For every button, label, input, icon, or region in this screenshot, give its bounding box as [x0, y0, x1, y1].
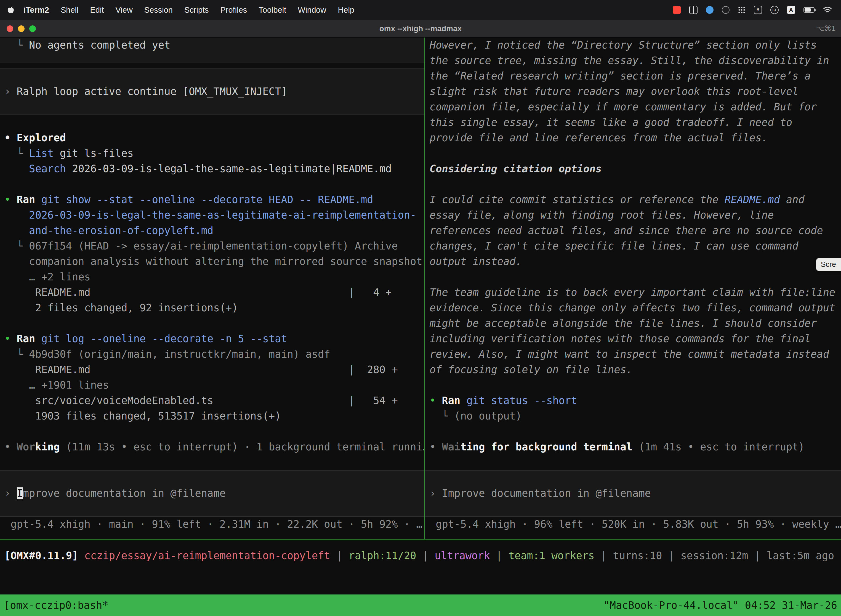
keycap-8-icon[interactable]: 8	[754, 6, 762, 14]
thinking-line: of focusing solely on file lines.	[425, 362, 841, 378]
omx-status-text: [OMX#0.11.9] cczip/essay/ai-reimplementa…	[0, 548, 841, 563]
menu-item-view[interactable]: View	[110, 6, 138, 15]
wifi-icon[interactable]	[823, 6, 832, 13]
thinking-line: companion file, especially if more comme…	[425, 99, 841, 115]
tmux-host-clock: "MacBook-Pro-44.local" 04:52 31-Mar-26	[604, 600, 837, 611]
tmux-panes: └ No agents completed yet› Ralph loop ac…	[0, 38, 841, 539]
thinking-line: review. Also, I might want to inspect th…	[425, 347, 841, 362]
model-status: gpt-5.4 xhigh · 96% left · 520K in · 5.8…	[425, 517, 841, 532]
menu-item-profiles[interactable]: Profiles	[215, 6, 253, 15]
pane-bottom-border	[0, 539, 841, 540]
git-log-stat-1: README.md | 280 +	[0, 362, 424, 378]
prompt-input[interactable]: › Improve documentation in @filename	[0, 470, 424, 517]
thinking-line: the source tree, missing the essay. Stil…	[425, 53, 841, 69]
git-show-output-2: companion analysis without altering the …	[0, 254, 424, 269]
blank-line	[425, 177, 841, 192]
gap	[0, 63, 424, 69]
blank-line	[425, 269, 841, 285]
window-title: omx --xhigh --madmax	[0, 24, 841, 33]
menu-items: iTerm2ShellEditViewSessionScriptsProfile…	[18, 6, 360, 15]
git-log-output-2: … +1901 lines	[0, 378, 424, 393]
waiting-status: • Waiting for background terminal (1m 41…	[425, 439, 841, 455]
thinking-line: I could cite commit statistics or refere…	[425, 192, 841, 208]
left-terminal-pane: └ No agents completed yet› Ralph loop ac…	[0, 38, 424, 539]
menu-item-help[interactable]: Help	[332, 6, 360, 15]
explored-list-files: └ List git ls-files	[0, 146, 424, 161]
git-show-stat-1: README.md | 4 +	[0, 285, 424, 300]
menu-item-window[interactable]: Window	[292, 6, 332, 15]
window-shortcut-badge: ⌥⌘1	[816, 24, 841, 33]
battery-percent-ring-icon[interactable]: 61	[771, 6, 779, 14]
thinking-line: The team guideline is to back every impo…	[425, 285, 841, 300]
input-source-a-icon[interactable]: A	[787, 6, 795, 14]
blank-line	[0, 115, 424, 130]
thinking-line: changes, I can't cite specific file line…	[425, 238, 841, 254]
menu-item-shell[interactable]: Shell	[55, 6, 84, 15]
git-log-stat-3: 1903 files changed, 513517 insertions(+)	[0, 408, 424, 424]
right-terminal-pane: However, I noticed the “Directory Struct…	[425, 38, 841, 539]
thinking-line: However, I noticed the “Directory Struct…	[425, 38, 841, 53]
explored-header: • Explored	[0, 130, 424, 146]
thinking-line: essay file, along with finding root file…	[425, 208, 841, 223]
model-status: gpt-5.4 xhigh · main · 91% left · 2.31M …	[0, 517, 424, 532]
menu-bar-status-icons: 8 61 A	[673, 6, 834, 14]
git-log-stat-2: src/voice/voiceModeEnabled.ts | 54 +	[0, 393, 424, 408]
thinking-line: evidence. Since this change only affects…	[425, 300, 841, 316]
menu-bar: iTerm2ShellEditViewSessionScriptsProfile…	[0, 0, 841, 20]
prompt-input[interactable]: › Improve documentation in @filename	[425, 470, 841, 517]
blank-line	[425, 455, 841, 470]
git-log-output-1: └ 4b9d30f (origin/main, instructkr/main,…	[0, 347, 424, 362]
ran-git-status: • Ran git status --short	[425, 393, 841, 408]
git-show-stat-2: 2 files changed, 92 insertions(+)	[0, 300, 424, 316]
ralph-loop-banner-text: › Ralph loop active continue [OMX_TMUX_I…	[0, 84, 424, 99]
blank-line	[0, 455, 424, 470]
thinking-line: output instead.	[425, 254, 841, 269]
thinking-heading: Considering citation options	[425, 161, 841, 177]
terminal-window: └ No agents completed yet› Ralph loop ac…	[0, 38, 841, 616]
dots-grid-icon[interactable]	[738, 6, 746, 14]
git-show-output-3: … +2 lines	[0, 269, 424, 285]
thinking-line: this single essay, it seems like a good …	[425, 115, 841, 130]
tmux-session-label: [omx-cczip0:bash*	[4, 600, 108, 611]
app-dark-icon[interactable]	[722, 6, 730, 14]
blank-line	[425, 146, 841, 161]
blank-line	[0, 177, 424, 192]
menu-item-toolbelt[interactable]: Toolbelt	[253, 6, 292, 15]
blank-line	[425, 424, 841, 439]
ralph-loop-banner[interactable]: › Ralph loop active continue [OMX_TMUX_I…	[0, 69, 424, 115]
menu-item-edit[interactable]: Edit	[84, 6, 110, 15]
explored-search: Search 2026-03-09-is-legal-the-same-as-l…	[0, 161, 424, 177]
screen-notification-tooltip[interactable]: Scre	[816, 258, 841, 271]
battery-icon[interactable]	[803, 7, 815, 13]
agents-panel-footer: └ No agents completed yet	[0, 38, 424, 63]
thinking-line: references need actual files, and since …	[425, 223, 841, 238]
menu-item-scripts[interactable]: Scripts	[179, 6, 215, 15]
menu-item-session[interactable]: Session	[139, 6, 179, 15]
app-blue-icon[interactable]	[706, 6, 714, 14]
agents-panel-footer-text: └ No agents completed yet	[0, 38, 424, 53]
ran-git-show: • Ran git show --stat --oneline --decora…	[0, 192, 424, 208]
prompt-input-text: › Improve documentation in @filename	[0, 486, 424, 501]
blank-line	[425, 378, 841, 393]
thinking-line: might be acceptable alongside the file l…	[425, 316, 841, 331]
menu-item-iterm2[interactable]: iTerm2	[18, 6, 55, 15]
window-grid-icon[interactable]	[689, 6, 697, 14]
thinking-line: provide file and line references from th…	[425, 130, 841, 146]
git-status-output: └ (no output)	[425, 408, 841, 424]
working-status: • Working (11m 13s • esc to interrupt) ·…	[0, 439, 424, 455]
prompt-input-text: › Improve documentation in @filename	[425, 486, 841, 501]
thinking-line: including verification notes with those …	[425, 331, 841, 347]
thinking-line: slight risk that future readers may over…	[425, 84, 841, 99]
git-show-arg-2: and-the-erosion-of-copyleft.md	[0, 223, 424, 238]
title-bar: omx --xhigh --madmax ⌥⌘1	[0, 20, 841, 38]
git-show-arg-1: 2026-03-09-is-legal-the-same-as-legitima…	[0, 208, 424, 223]
screen-recording-stop-icon[interactable]	[673, 6, 681, 14]
apple-menu-icon[interactable]	[7, 6, 15, 14]
blank-line	[0, 316, 424, 331]
ran-git-log: • Ran git log --oneline --decorate -n 5 …	[0, 331, 424, 347]
tmux-status-bar: [omx-cczip0:bash* "MacBook-Pro-44.local"…	[0, 594, 841, 616]
omx-status-line: [OMX#0.11.9] cczip/essay/ai-reimplementa…	[0, 548, 841, 563]
thinking-line: the “Related research writing” section i…	[425, 69, 841, 84]
blank-line	[0, 424, 424, 439]
git-show-output-1: └ 067f154 (HEAD -> essay/ai-reimplementa…	[0, 238, 424, 254]
